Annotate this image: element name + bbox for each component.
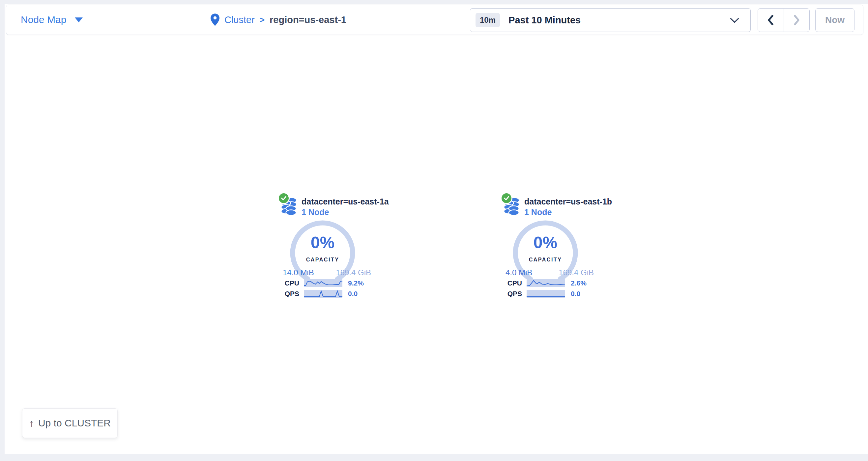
capacity-label: CAPACITY [513, 257, 578, 263]
datacenter-name: datacenter=us-east-1b [524, 197, 612, 206]
check-circle-icon [278, 192, 290, 204]
qps-value: 0.0 [571, 290, 580, 298]
arrow-up-icon: ↑ [29, 417, 34, 429]
time-window-badge: 10m [475, 13, 500, 27]
view-selector-dropdown[interactable]: Node Map [21, 5, 83, 35]
qps-label: QPS [283, 290, 299, 298]
datacenter-card-us-east-1a[interactable]: datacenter=us-east-1a 1 Node 0% CAPACITY… [277, 192, 376, 304]
capacity-total: 169.4 GiB [336, 268, 371, 277]
cpu-value: 2.6% [571, 279, 587, 287]
capacity-percent: 0% [290, 233, 355, 252]
capacity-total: 169.4 GiB [559, 268, 594, 277]
map-pin-icon [211, 13, 219, 26]
cpu-value: 9.2% [348, 279, 364, 287]
capacity-values: 4.0 MiB 169.4 GiB [505, 268, 594, 277]
capacity-values: 14.0 MiB 169.4 GiB [283, 268, 371, 277]
time-nav-group [757, 8, 810, 32]
breadcrumb: Cluster > region=us-east-1 [211, 5, 346, 35]
chevron-left-icon [767, 14, 774, 26]
datacenter-node-count: 1 Node [302, 207, 329, 217]
cpu-sparkline [527, 279, 565, 287]
toolbar: Node Map Cluster > region=us-east-1 10m … [6, 5, 863, 35]
datacenter-card-us-east-1b[interactable]: datacenter=us-east-1b 1 Node 0% CAPACITY… [500, 192, 598, 304]
cpu-metric-row: CPU 2.6% [506, 279, 598, 287]
cpu-label: CPU [506, 279, 522, 287]
check-circle-icon [501, 192, 513, 204]
capacity-percent: 0% [513, 233, 578, 252]
breadcrumb-current: region=us-east-1 [270, 14, 346, 25]
time-window-dropdown[interactable]: 10m Past 10 Minutes [470, 8, 751, 32]
time-prev-button[interactable] [758, 8, 784, 32]
metrics: CPU 9.2% QPS 0.0 [283, 279, 376, 298]
qps-sparkline [527, 290, 565, 298]
time-next-button[interactable] [784, 8, 810, 32]
qps-metric-row: QPS 0.0 [506, 290, 598, 298]
now-button[interactable]: Now [815, 8, 855, 32]
toolbar-divider [456, 5, 456, 35]
capacity-used: 4.0 MiB [505, 268, 532, 277]
datacenter-icon-group [500, 192, 523, 218]
up-to-cluster-button[interactable]: ↑ Up to CLUSTER [22, 408, 118, 438]
node-map-canvas [5, 4, 868, 454]
cpu-label: CPU [283, 279, 299, 287]
datacenter-icon-group [277, 192, 301, 218]
qps-value: 0.0 [348, 290, 358, 298]
up-to-cluster-label: Up to CLUSTER [38, 418, 111, 429]
caret-down-icon [75, 18, 83, 22]
cpu-metric-row: CPU 9.2% [283, 279, 376, 287]
view-selector-label: Node Map [21, 14, 66, 25]
datacenter-name: datacenter=us-east-1a [302, 197, 389, 206]
qps-label: QPS [506, 290, 522, 298]
datacenter-node-count: 1 Node [524, 207, 552, 217]
qps-metric-row: QPS 0.0 [283, 290, 376, 298]
capacity-label: CAPACITY [290, 257, 355, 263]
chevron-down-icon [730, 18, 739, 25]
time-window-label: Past 10 Minutes [508, 15, 581, 26]
qps-sparkline [304, 290, 342, 298]
breadcrumb-cluster-link[interactable]: Cluster [224, 14, 255, 25]
capacity-used: 14.0 MiB [283, 268, 314, 277]
metrics: CPU 2.6% QPS 0.0 [506, 279, 598, 298]
chevron-right-icon [793, 14, 800, 26]
breadcrumb-separator: > [260, 15, 265, 25]
cpu-sparkline [304, 279, 342, 287]
